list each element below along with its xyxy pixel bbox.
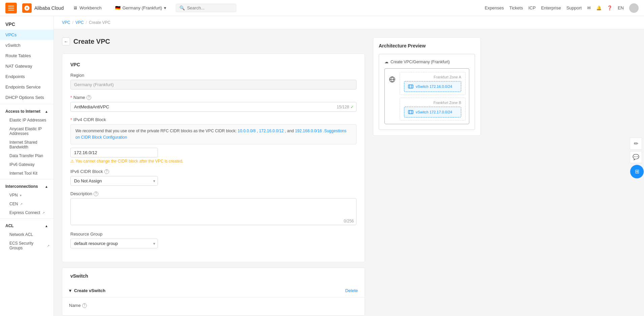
sidebar-divider-1 [0,104,54,104]
hamburger-menu[interactable] [5,3,17,13]
tickets-link[interactable]: Tickets [509,5,523,10]
create-vswitch-header[interactable]: ▾ Create vSwitch Delete [62,284,365,297]
svg-rect-8 [408,110,413,114]
svg-rect-1 [8,8,14,8]
resource-group-row: Resource Group default resource group ▾ [70,232,357,248]
icp-link[interactable]: ICP [528,5,536,10]
sidebar-item-vpn[interactable]: VPN ▾ [5,191,54,200]
vswitch-name-help-icon[interactable]: ? [82,303,87,308]
nav-right: Expenses Tickets ICP Enterprise Support … [485,3,639,13]
description-label: Description ? [70,191,357,196]
sidebar-item-elastic-ip[interactable]: Elastic IP Addresses [5,116,54,125]
name-label: * Name ? [70,95,357,100]
cen-external-icon: ↗ [20,202,23,206]
ipv6-cidr-select[interactable]: Do Not Assign [70,176,158,186]
main-content: VPC / VPC / Create VPC ← Create VPC VPC [54,16,644,316]
description-count: 0/256 [344,219,354,223]
access-internet-sub: Elastic IP Addresses Anycast Elastic IP … [0,116,54,178]
zone-b-box: Frankfurt Zone B vSwitch 172.17.0.0/ [400,98,466,120]
top-nav: Alibaba Cloud 🖥 Workbench 🇩🇪 Germany (Fr… [0,0,644,16]
preview-area: Architecture Preview ☁ Create VPC/German… [373,37,481,316]
sidebar-section-access-internet[interactable]: Access to Internet ▲ [0,106,54,116]
vswitch-body: Name ? [62,297,365,315]
bell-icon[interactable]: 🔔 [596,5,602,10]
description-textarea-wrapper: 0/256 [70,198,357,226]
ipv6-help-icon[interactable]: ? [104,169,109,174]
expenses-link[interactable]: Expenses [485,5,504,10]
mail-icon[interactable]: ✉ [587,5,591,10]
sidebar-item-vpcs[interactable]: VPCs [0,30,54,40]
layout: VPC VPCs vSwitch Route Tables NAT Gatewa… [0,0,644,316]
access-internet-chevron: ▲ [45,110,48,113]
sidebar-item-vswitch[interactable]: vSwitch [0,40,54,50]
sidebar-item-internet-tool-kit[interactable]: Internet Tool Kit [5,169,54,178]
support-link[interactable]: Support [566,5,582,10]
ipv4-link3[interactable]: 192.168.0.0/16 [295,129,322,133]
ipv6-cidr-label: IPv6 CIDR Block ? [70,169,357,174]
dhcp-label: DHCP Options Sets [5,95,44,100]
breadcrumb-vpc2[interactable]: VPC [75,20,84,25]
route-tables-label: Route Tables [5,53,31,58]
sidebar-item-network-acl[interactable]: Network ACL [5,230,54,239]
user-avatar[interactable] [629,3,639,13]
sidebar-item-anycast-eip[interactable]: Anycast Elastic IP Addresses [5,125,54,138]
sidebar-item-ecs-security-groups[interactable]: ECS Security Groups ↗ [5,239,54,252]
acl-label: ACL [5,223,14,228]
sidebar-item-data-transfer[interactable]: Data Transfer Plan [5,151,54,160]
float-apps-icon[interactable]: ⊞ [630,165,644,179]
search-input[interactable] [187,5,227,10]
sidebar-item-endpoints[interactable]: Endpoints [0,71,54,82]
sidebar-section-acl[interactable]: ACL ▲ [0,220,54,230]
workbench-nav[interactable]: 🖥 Workbench [69,3,106,12]
sidebar-item-dhcp[interactable]: DHCP Options Sets [0,92,54,103]
float-edit-icon[interactable]: ✏ [630,138,642,150]
ipv4-cidr-input[interactable] [70,148,158,157]
ipv4-required-star: * [70,117,72,122]
region-selector[interactable]: 🇩🇪 Germany (Frankfurt) ▾ [111,3,171,12]
page-title: Create VPC [73,38,110,45]
name-valid-icon: ✓ [350,105,354,109]
endpoints-service-label: Endpoints Service [5,84,41,90]
help-icon[interactable]: ❓ [607,5,612,10]
ipv4-link1[interactable]: 10.0.0.0/8 [238,129,256,133]
sidebar-item-express-connect[interactable]: Express Connect ↗ [5,208,54,217]
sidebar-item-nat-gateway[interactable]: NAT Gateway [0,61,54,71]
page-title-row: ← Create VPC [62,37,365,45]
warning-icon: ⚠ [70,159,74,164]
breadcrumb-sep2: / [86,20,87,25]
vswitch-section-label: vSwitch [62,268,365,284]
resource-group-select[interactable]: default resource group [70,239,158,248]
ipv4-link2[interactable]: 172.16.0.0/12 [259,129,283,133]
sidebar-item-cen[interactable]: CEN ↗ [5,200,54,208]
sidebar-section-interconnections[interactable]: Interconnections ▲ [0,181,54,191]
description-help-icon[interactable]: ? [94,191,98,196]
back-button[interactable]: ← [62,37,70,45]
sidebar-item-endpoints-service[interactable]: Endpoints Service [0,82,54,92]
vpn-chevron-icon: ▾ [20,194,22,197]
name-input[interactable] [70,102,357,112]
description-textarea[interactable] [70,198,357,225]
sidebar-item-ipv6-gateway[interactable]: IPv6 Gateway [5,160,54,169]
sidebar-item-route-tables[interactable]: Route Tables [0,50,54,61]
svg-rect-5 [408,85,413,88]
ipv4-cidr-label: * IPv4 CIDR Block [70,117,357,122]
enterprise-link[interactable]: Enterprise [541,5,561,10]
breadcrumb-vpc1[interactable]: VPC [62,20,70,25]
sidebar-divider-3 [0,218,54,219]
workbench-label: Workbench [79,5,102,10]
vswitch1-box: vSwitch 172.16.0.0/24 [404,81,461,92]
create-vswitch-label: Create vSwitch [74,288,105,293]
endpoints-label: Endpoints [5,74,25,79]
name-count: 15/128 ✓ [337,105,354,109]
svg-rect-0 [8,6,14,6]
vpc-form-section: VPC Region * Name ? [62,54,365,262]
name-help-icon[interactable]: ? [87,95,91,100]
delete-vswitch-button[interactable]: Delete [345,288,358,293]
lang-label[interactable]: EN [618,5,624,10]
name-row: * Name ? 15/128 ✓ [70,95,357,112]
sidebar-item-internet-shared-bw[interactable]: Internet Shared Bandwidth [5,138,54,151]
search-box[interactable]: 🔍 [176,4,236,12]
preview-card: Architecture Preview ☁ Create VPC/German… [373,37,481,136]
vpc-section-label: VPC [70,62,357,67]
float-chat-icon[interactable]: 💬 [630,151,642,163]
